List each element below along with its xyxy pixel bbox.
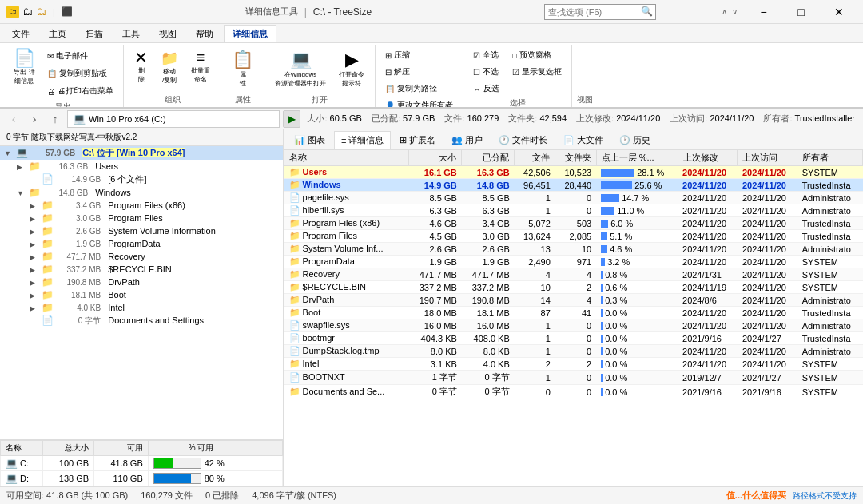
col-alloc[interactable]: 已分配: [462, 150, 515, 166]
tab-view[interactable]: 视图: [150, 25, 185, 42]
maximize-button[interactable]: □: [783, 1, 819, 23]
col-name[interactable]: 名称: [284, 150, 409, 166]
cell-files: 13,624: [515, 230, 555, 243]
folders-label: 文件夹: 42,594: [508, 113, 567, 125]
table-row[interactable]: 📁 Recovery 471.7 MB 471.7 MB 4 4 0.8 % 2…: [284, 268, 863, 281]
tree-item[interactable]: ▶ 📁 18.1 MB Boot: [0, 288, 283, 301]
invert-button[interactable]: ↔反选: [468, 81, 504, 97]
deselect-button[interactable]: ☐不选: [468, 64, 504, 80]
tab-chart[interactable]: 📊 图表: [287, 131, 332, 149]
move-button[interactable]: 📁 移动/复制: [155, 46, 184, 88]
drive-select-button[interactable]: ▶: [283, 110, 300, 128]
path-note: 路径格式不受支持: [793, 490, 857, 502]
address-input[interactable]: 💻 Win 10 Pro x64 (C:): [67, 110, 280, 128]
file-table-container[interactable]: 名称 大小 已分配 文件 文件夹 点上一层 %... 上次修改 上次访问 所有者…: [284, 149, 863, 486]
tree-item[interactable]: ▶ 📁 471.7 MB Recovery: [0, 250, 283, 263]
cell-alloc: 4.0 KB: [462, 358, 515, 371]
table-row[interactable]: 📁 Documents and Se... 0 字节 0 字节 0 0 0.0 …: [284, 385, 863, 399]
copy-path-button[interactable]: 📋复制为路径: [380, 81, 458, 97]
compress-button[interactable]: ⊞压缩: [380, 47, 458, 63]
show-checkbox-icon: ☑: [512, 68, 519, 77]
tree-arrow: ▼: [17, 189, 26, 197]
tab-users[interactable]: 👥 用户: [444, 131, 490, 149]
tree-item[interactable]: ▶ 📁 16.3 GB Users: [0, 160, 283, 173]
col-size[interactable]: 大小: [409, 150, 462, 166]
col-modified[interactable]: 上次修改: [678, 150, 738, 166]
tree-item[interactable]: 📄 14.9 GB [6 个文件]: [0, 173, 283, 186]
change-owner-button[interactable]: 👤更改文件所有者: [380, 97, 458, 109]
move-icon: 📁: [161, 50, 178, 67]
col-pct[interactable]: 点上一层 %...: [596, 150, 678, 166]
table-row[interactable]: 📄 bootmgr 404.3 KB 408.0 KB 1 0 0.0 % 20…: [284, 332, 863, 345]
tree-name: System Volume Information: [108, 226, 216, 236]
col-accessed[interactable]: 上次访问: [738, 150, 797, 166]
attr-button[interactable]: 📋 属性: [226, 46, 259, 94]
ribbon-group-open: 💻 在Windows资源管理器中打开 ▶ 打开命令提示符 打开: [264, 45, 376, 107]
table-row[interactable]: 📁 Windows 14.9 GB 14.8 GB 96,451 28,440 …: [284, 179, 863, 192]
tree-container[interactable]: ▼ 💻 57.9 GB C:\ 位于 [Win 10 Pro x64] ▶ 📁 …: [0, 146, 283, 439]
drive-table-row[interactable]: 💻 C: 100 GB 41.8 GB 42 %: [1, 456, 283, 471]
tree-item[interactable]: 📄 0 字节 Documents and Settings: [0, 314, 283, 327]
tree-item[interactable]: ▶ 📁 190.8 MB DrvPath: [0, 276, 283, 288]
table-row[interactable]: 📄 swapfile.sys 16.0 MB 16.0 MB 1 0 0.0 %…: [284, 319, 863, 332]
show-checkbox-button[interactable]: ☑显示复选框: [507, 64, 567, 80]
table-row[interactable]: 📁 System Volume Inf... 2.6 GB 2.6 GB 13 …: [284, 243, 863, 256]
email-button[interactable]: ✉电子邮件: [42, 48, 118, 64]
tab-expand[interactable]: ⊞ 扩展名: [392, 131, 443, 149]
tree-item[interactable]: ▶ 📁 3.0 GB Program Files: [0, 212, 283, 224]
tab-detail[interactable]: 详细信息: [224, 25, 276, 42]
table-row[interactable]: 📁 Program Files (x86) 4.6 GB 3.4 GB 5,07…: [284, 217, 863, 230]
export-detail-button[interactable]: 📄 导出 详细信息: [8, 46, 41, 89]
col-folders[interactable]: 文件夹: [555, 150, 596, 166]
table-row[interactable]: 📄 BOOTNXT 1 字节 0 字节 1 0 0.0 % 2019/12/7 …: [284, 371, 863, 385]
tab-detail[interactable]: ≡ 详细信息: [334, 131, 391, 149]
table-row[interactable]: 📁 Program Files 4.5 GB 3.0 GB 13,624 2,0…: [284, 230, 863, 243]
close-button[interactable]: ✕: [821, 1, 857, 23]
minimize-button[interactable]: −: [746, 1, 781, 23]
open-resource-button[interactable]: 💻 在Windows资源管理器中打开: [269, 46, 332, 94]
tab-help[interactable]: 帮助: [187, 25, 222, 42]
table-row[interactable]: 📁 $RECYCLE.BIN 337.2 MB 337.2 MB 10 2 0.…: [284, 281, 863, 294]
drive-table-row[interactable]: 💻 D: 138 GB 110 GB 80 %: [1, 471, 283, 486]
copy-clipboard-button[interactable]: 📋复制到剪贴板: [42, 65, 118, 81]
tab-large[interactable]: 📄 大文件: [556, 131, 610, 149]
tab-scan[interactable]: 扫描: [77, 25, 112, 42]
table-row[interactable]: 📄 DumpStack.log.tmp 8.0 KB 8.0 KB 1 0 0.…: [284, 345, 863, 358]
tree-item[interactable]: ▶ 📁 1.9 GB ProgramData: [0, 237, 283, 250]
tab-file[interactable]: 文件: [3, 25, 38, 42]
preview-button[interactable]: □预览窗格: [507, 47, 567, 63]
search-input[interactable]: [544, 4, 656, 20]
tab-tools[interactable]: 工具: [113, 25, 149, 42]
tree-item[interactable]: ▼ 💻 57.9 GB C:\ 位于 [Win 10 Pro x64]: [0, 146, 283, 160]
delete-button[interactable]: ✕ 删除: [129, 46, 153, 87]
compress-icon: ⊞: [385, 51, 392, 60]
back-button[interactable]: ‹: [5, 110, 22, 128]
select-all-button[interactable]: ☑全选: [468, 47, 504, 63]
forward-button[interactable]: ›: [26, 110, 43, 128]
batch-rename-button[interactable]: ≡ 批量重命名: [185, 46, 216, 87]
table-row[interactable]: 📁 DrvPath 190.7 MB 190.8 MB 14 4 0.3 % 2…: [284, 294, 863, 307]
table-row[interactable]: 📁 Users 16.1 GB 16.3 GB 42,506 10,523 28…: [284, 166, 863, 179]
tree-item[interactable]: ▶ 📁 337.2 MB $RECYCLE.BIN: [0, 263, 283, 276]
tab-home[interactable]: 主页: [40, 25, 75, 42]
tree-item[interactable]: ▶ 📁 2.6 GB System Volume Information: [0, 224, 283, 237]
tree-item[interactable]: ▶ 📁 4.0 KB Intel: [0, 301, 283, 314]
table-row[interactable]: 📁 Boot 18.0 MB 18.1 MB 87 41 0.0 % 2024/…: [284, 307, 863, 319]
tab-history[interactable]: 🕑 历史: [612, 131, 658, 149]
tree-item[interactable]: ▶ 📁 3.4 GB Program Files (x86): [0, 199, 283, 212]
info-strip: 大小: 60.5 GB 已分配: 57.9 GB 文件: 160,279 文件夹…: [304, 113, 858, 125]
col-owner[interactable]: 所有者: [797, 150, 863, 166]
open-cmd-button[interactable]: ▶ 打开命令提示符: [333, 46, 370, 94]
table-row[interactable]: 📁 Intel 3.1 KB 4.0 KB 2 2 0.0 % 2024/11/…: [284, 358, 863, 371]
tree-item[interactable]: ▼ 📁 14.8 GB Windows: [0, 186, 283, 199]
table-row[interactable]: 📄 hiberfil.sys 6.3 GB 6.3 GB 1 0 11.0 % …: [284, 204, 863, 217]
print-button[interactable]: 🖨🖨打印右击菜单: [42, 83, 118, 99]
table-row[interactable]: 📄 pagefile.sys 8.5 GB 8.5 GB 1 0 14.7 % …: [284, 192, 863, 204]
tab-timeline[interactable]: 🕐 文件时长: [491, 131, 555, 149]
decompress-button[interactable]: ⊟解压: [380, 64, 458, 80]
col-files[interactable]: 文件: [515, 150, 555, 166]
up-button[interactable]: ↑: [46, 110, 64, 128]
cell-name: 📄 BOOTNXT: [284, 371, 409, 385]
view-group-label: 视图: [577, 94, 593, 105]
table-row[interactable]: 📁 ProgramData 1.9 GB 1.9 GB 2,490 971 3.…: [284, 256, 863, 268]
